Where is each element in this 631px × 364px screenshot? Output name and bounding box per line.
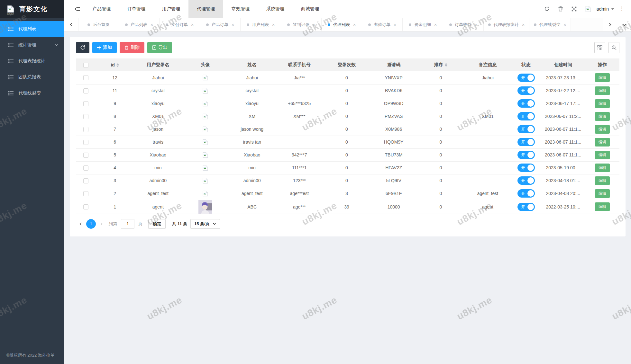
page-number-button[interactable]: 1: [86, 219, 96, 229]
status-toggle[interactable]: 开: [517, 151, 535, 159]
search-button[interactable]: [608, 42, 619, 53]
add-button[interactable]: 添加: [92, 42, 117, 53]
edit-button[interactable]: 编辑: [595, 151, 610, 159]
top-nav-item[interactable]: 系统管理: [258, 0, 293, 18]
row-checkbox[interactable]: [83, 88, 88, 93]
sort-id-icon[interactable]: [116, 63, 119, 67]
trash-icon[interactable]: [554, 0, 567, 18]
tab-close-icon[interactable]: ×: [232, 22, 234, 27]
tab-close-icon[interactable]: ×: [434, 22, 437, 27]
tab-close-icon[interactable]: ×: [272, 22, 275, 27]
row-checkbox[interactable]: [83, 178, 88, 183]
table-row: 1 agent ABC age*** 39: [76, 200, 619, 214]
tab-close-icon[interactable]: ×: [353, 22, 356, 27]
tab-close-icon[interactable]: ×: [313, 22, 315, 27]
top-nav-item[interactable]: 订单管理: [119, 0, 154, 18]
prev-page-icon[interactable]: [76, 219, 86, 229]
edit-button[interactable]: 编辑: [595, 164, 610, 172]
edit-button[interactable]: 编辑: [595, 189, 610, 198]
tab[interactable]: 支付订单 ×: [160, 18, 200, 31]
sidebar-item[interactable]: 代理列表: [0, 21, 64, 37]
row-checkbox[interactable]: [83, 127, 88, 132]
top-nav-item[interactable]: 代理管理: [188, 0, 223, 18]
tab-close-icon[interactable]: ×: [191, 22, 194, 27]
fullscreen-icon[interactable]: [567, 0, 581, 18]
tab[interactable]: 代理表报统计 ×: [484, 18, 529, 31]
confirm-page-button[interactable]: 确定: [148, 219, 166, 229]
export-button[interactable]: 导出: [147, 42, 172, 53]
cell-logins: 39: [323, 200, 370, 214]
tab[interactable]: 订单收益 ×: [443, 18, 484, 31]
sidebar-item[interactable]: 团队总报表: [0, 69, 64, 85]
tab-close-icon[interactable]: ×: [151, 22, 153, 27]
tab[interactable]: 产品订单 ×: [200, 18, 241, 31]
refresh-icon[interactable]: [540, 0, 554, 18]
tab[interactable]: 后台首页: [78, 18, 119, 31]
tab[interactable]: 签到记录 ×: [281, 18, 322, 31]
select-all-checkbox[interactable]: [83, 63, 88, 68]
status-toggle[interactable]: 开: [517, 125, 535, 133]
tabs-menu-chevron-down-icon[interactable]: [617, 18, 631, 31]
page-input[interactable]: [121, 219, 134, 229]
cell-sort: 0: [417, 174, 464, 187]
tab[interactable]: 代理线裂变 ×: [529, 18, 571, 31]
status-toggle[interactable]: 开: [517, 99, 535, 108]
tab-close-icon[interactable]: ×: [475, 22, 477, 27]
column-settings-button[interactable]: [594, 42, 605, 53]
sort-order-icon[interactable]: [445, 63, 447, 67]
tab-close-icon[interactable]: ×: [394, 22, 396, 27]
tab[interactable]: 产品列表 ×: [119, 18, 160, 31]
delete-button[interactable]: 删除: [120, 42, 144, 53]
edit-button[interactable]: 编辑: [595, 176, 610, 185]
refresh-table-button[interactable]: [76, 42, 89, 53]
edit-button[interactable]: 编辑: [595, 138, 610, 146]
status-toggle[interactable]: 开: [517, 86, 535, 95]
more-menu-icon[interactable]: ⋮: [617, 5, 626, 12]
edit-button[interactable]: 编辑: [595, 125, 610, 134]
status-toggle[interactable]: 开: [517, 164, 535, 172]
trash-icon: [124, 45, 129, 50]
edit-button[interactable]: 编辑: [595, 99, 610, 108]
status-toggle[interactable]: 开: [517, 138, 535, 146]
row-checkbox[interactable]: [83, 140, 88, 145]
tab[interactable]: 充值订单 ×: [362, 18, 403, 31]
edit-button[interactable]: 编辑: [595, 73, 610, 82]
sidebar-menu: 代理列表 统计管理 代理表报: [0, 18, 64, 101]
sidebar-item[interactable]: 代理表报统计: [0, 53, 64, 69]
top-nav-item[interactable]: 商城管理: [293, 0, 327, 18]
top-nav-item[interactable]: 常规管理: [223, 0, 258, 18]
row-checkbox[interactable]: [83, 204, 88, 209]
row-checkbox[interactable]: [83, 101, 88, 106]
status-toggle[interactable]: 开: [517, 189, 535, 198]
tab-close-icon[interactable]: ×: [563, 22, 566, 27]
cell-id: 9: [96, 97, 134, 110]
row-checkbox[interactable]: [83, 75, 88, 80]
tabs-scroll-right-icon[interactable]: [603, 18, 617, 31]
top-nav-item[interactable]: 用户管理: [154, 0, 188, 18]
user-menu[interactable]: admin: [585, 6, 614, 12]
tabs-scroll-left-icon[interactable]: [64, 18, 78, 31]
status-toggle[interactable]: 开: [517, 74, 535, 82]
status-toggle[interactable]: 开: [517, 176, 535, 185]
top-nav-item[interactable]: 产品管理: [84, 0, 119, 18]
collapse-menu-icon[interactable]: [70, 0, 84, 18]
status-toggle[interactable]: 开: [517, 203, 535, 211]
row-checkbox[interactable]: [83, 191, 88, 196]
tab-close-icon[interactable]: ×: [522, 22, 525, 27]
per-page-select[interactable]: 15 条/页: [190, 219, 220, 229]
edit-button[interactable]: 编辑: [595, 202, 610, 211]
avatar-broken-image-icon: [182, 165, 228, 171]
row-checkbox[interactable]: [83, 165, 88, 171]
tab[interactable]: 用户列表 ×: [241, 18, 281, 31]
next-page-icon[interactable]: [96, 219, 106, 229]
edit-button[interactable]: 编辑: [595, 86, 610, 95]
edit-button[interactable]: 编辑: [595, 112, 610, 121]
tab[interactable]: 代理列表 ×: [322, 18, 362, 31]
tab[interactable]: 资金明细 ×: [403, 18, 443, 31]
status-toggle[interactable]: 开: [517, 112, 535, 120]
sidebar-item[interactable]: 代理线裂变: [0, 85, 64, 101]
sidebar-item[interactable]: 统计管理: [0, 37, 64, 53]
list-icon: [8, 91, 14, 96]
row-checkbox[interactable]: [83, 114, 88, 119]
row-checkbox[interactable]: [83, 153, 88, 158]
